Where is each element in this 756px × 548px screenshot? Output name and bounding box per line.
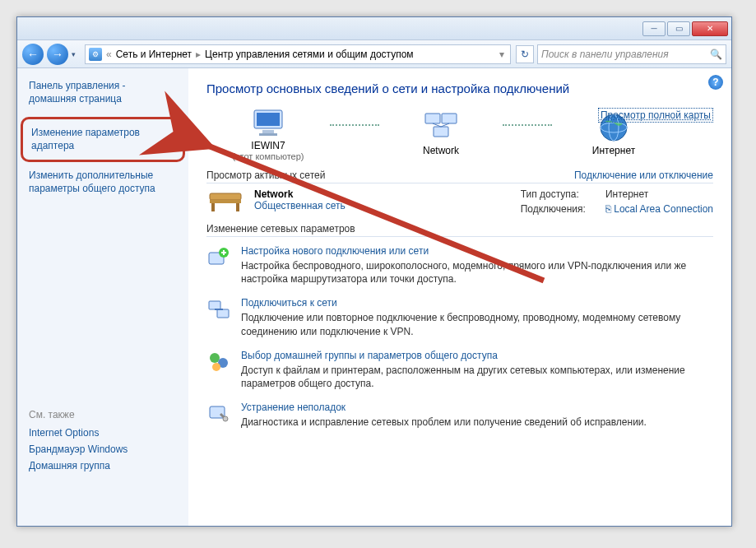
svg-rect-1 — [257, 113, 280, 126]
minimize-button[interactable]: ─ — [642, 21, 666, 36]
help-icon: ? — [712, 77, 718, 88]
svg-rect-12 — [210, 193, 241, 200]
breadcrumb-sep: ▸ — [193, 49, 203, 60]
connect-disconnect-link[interactable]: Подключение или отключение — [574, 170, 713, 181]
network-info: Network Общественная сеть — [254, 188, 419, 211]
task-new-connection: Настройка нового подключения или сети На… — [206, 245, 713, 286]
svg-point-20 — [210, 353, 220, 363]
refresh-button[interactable]: ↻ — [516, 45, 534, 63]
svg-rect-2 — [262, 130, 274, 133]
map-connector — [330, 124, 379, 126]
sidebar-internet-options-link[interactable]: Internet Options — [29, 427, 177, 439]
network-map-this-pc: IEWIN7 (этот компьютер) — [206, 107, 330, 161]
search-input[interactable]: Поиск в панели управления 🔍 — [537, 44, 726, 64]
access-type-value: Интернет — [605, 188, 713, 200]
connections-label: Подключения: — [521, 203, 586, 215]
full-map-link[interactable]: Просмотр полной карты — [598, 108, 713, 123]
sidebar-advanced-sharing-link[interactable]: Изменить дополнительные параметры общего… — [29, 169, 177, 195]
task-link[interactable]: Настройка нового подключения или сети — [241, 245, 713, 257]
task-troubleshoot: Устранение неполадок Диагностика и испра… — [206, 402, 713, 429]
annotation-highlight: Изменение параметров адаптера — [21, 117, 185, 161]
task-link[interactable]: Выбор домашней группы и параметров общег… — [241, 350, 713, 361]
forward-icon: → — [52, 48, 63, 61]
search-icon: 🔍 — [710, 49, 722, 60]
navbar: ← → ▾ ⚙ « Сеть и Интернет ▸ Центр управл… — [17, 40, 731, 68]
task-connect-network: Подключиться к сети Подключение или повт… — [206, 297, 713, 337]
svg-rect-18 — [209, 301, 220, 309]
troubleshoot-icon — [206, 402, 231, 426]
page-title: Просмотр основных сведений о сети и наст… — [206, 81, 713, 95]
nav-history-dropdown[interactable]: ▾ — [72, 50, 81, 58]
section-change-settings: Изменение сетевых параметров — [206, 223, 713, 237]
network-name: Network — [254, 188, 419, 200]
sidebar-adapter-settings-link[interactable]: Изменение параметров адаптера — [31, 126, 174, 152]
breadcrumb-sep: « — [104, 49, 114, 60]
sidebar: Панель управления - домашняя страница Из… — [17, 68, 188, 526]
maximize-icon: ▭ — [675, 24, 683, 33]
active-network-item: Network Общественная сеть Тип доступа: И… — [206, 188, 713, 215]
access-type-label: Тип доступа: — [521, 188, 586, 200]
maximize-button[interactable]: ▭ — [667, 21, 690, 36]
control-panel-window: ─ ▭ ✕ ← → ▾ ⚙ « Сеть и Интернет ▸ Центр … — [16, 16, 732, 527]
body: Панель управления - домашняя страница Из… — [17, 68, 731, 526]
breadcrumb-item-network[interactable]: Сеть и Интернет — [116, 49, 192, 60]
new-connection-icon — [206, 245, 231, 270]
network-map-network: Network — [379, 112, 503, 156]
refresh-icon: ↻ — [521, 49, 529, 60]
close-icon: ✕ — [707, 24, 713, 33]
svg-rect-6 — [434, 127, 448, 137]
svg-rect-4 — [425, 114, 440, 123]
sidebar-homegroup-link[interactable]: Домашняя группа — [29, 460, 177, 471]
svg-line-7 — [433, 123, 441, 127]
bench-icon — [206, 188, 244, 215]
svg-rect-15 — [210, 200, 241, 203]
svg-rect-3 — [259, 133, 277, 136]
sidebar-firewall-link[interactable]: Брандмауэр Windows — [29, 444, 177, 455]
svg-rect-5 — [442, 114, 457, 123]
node-label: IEWIN7 — [251, 140, 285, 151]
minimize-icon: ─ — [651, 24, 656, 33]
back-icon: ← — [27, 48, 39, 61]
breadcrumb-item-sharing-center[interactable]: Центр управления сетями и общим доступом — [205, 49, 414, 60]
chevron-down-icon: ▾ — [72, 50, 76, 58]
node-label: Интернет — [592, 145, 635, 156]
task-desc: Диагностика и исправление сетевых пробле… — [241, 416, 647, 429]
svg-point-22 — [212, 363, 220, 371]
breadcrumb-dropdown[interactable]: ▾ — [497, 49, 507, 60]
map-connector — [503, 124, 552, 126]
close-button[interactable]: ✕ — [692, 21, 728, 36]
sidebar-home-link[interactable]: Панель управления - домашняя страница — [29, 80, 177, 105]
ethernet-icon: ⎘ — [605, 203, 611, 215]
svg-line-8 — [441, 123, 449, 127]
task-desc: Доступ к файлам и принтерам, расположенн… — [241, 364, 713, 390]
node-sublabel: (этот компьютер) — [232, 151, 304, 161]
control-panel-icon: ⚙ — [89, 48, 102, 61]
node-label: Network — [423, 145, 459, 156]
computer-icon — [251, 107, 285, 138]
svg-point-24 — [223, 416, 228, 421]
section-active-networks: Просмотр активных сетей Подключение или … — [206, 170, 713, 183]
task-link[interactable]: Устранение неполадок — [241, 402, 647, 413]
titlebar: ─ ▭ ✕ — [17, 17, 731, 40]
task-desc: Настройка беспроводного, широкополосного… — [241, 259, 713, 286]
sidebar-see-also-heading: См. также — [29, 409, 177, 420]
forward-button[interactable]: → — [47, 44, 68, 65]
help-button[interactable]: ? — [708, 75, 723, 90]
homegroup-icon — [206, 350, 231, 374]
network-details: Тип доступа: Интернет Подключения: ⎘ Loc… — [521, 188, 713, 215]
svg-rect-19 — [217, 309, 229, 318]
back-button[interactable]: ← — [22, 44, 44, 65]
search-placeholder: Поиск в панели управления — [541, 49, 669, 60]
task-homegroup: Выбор домашней группы и параметров общег… — [206, 350, 713, 390]
network-type-link[interactable]: Общественная сеть — [254, 200, 419, 211]
connection-link[interactable]: ⎘ Local Area Connection — [605, 203, 713, 215]
main-content: ? Просмотр основных сведений о сети и на… — [188, 68, 731, 526]
connect-icon — [206, 297, 231, 322]
breadcrumb[interactable]: ⚙ « Сеть и Интернет ▸ Центр управления с… — [85, 44, 511, 64]
task-link[interactable]: Подключиться к сети — [241, 297, 713, 309]
network-icon — [424, 112, 458, 143]
task-desc: Подключение или повторное подключение к … — [241, 311, 713, 337]
